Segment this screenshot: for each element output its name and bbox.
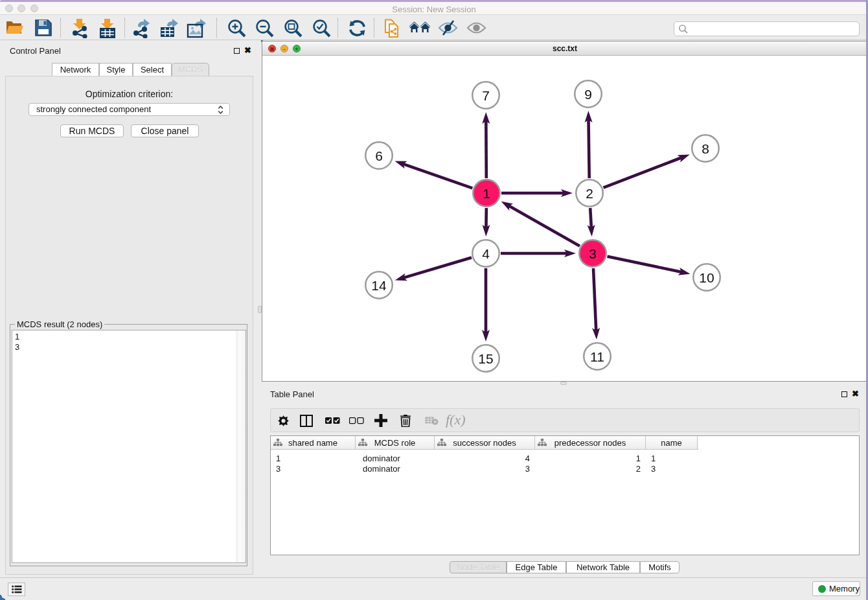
svg-text:2: 2 xyxy=(586,186,593,201)
svg-text:15: 15 xyxy=(478,351,493,366)
svg-text:1: 1 xyxy=(483,186,490,201)
svg-text:6: 6 xyxy=(375,148,383,163)
svg-text:8: 8 xyxy=(702,141,709,156)
svg-text:9: 9 xyxy=(584,87,592,102)
svg-text:4: 4 xyxy=(482,246,490,261)
svg-text:11: 11 xyxy=(590,349,604,364)
svg-text:14: 14 xyxy=(371,278,387,293)
svg-text:3: 3 xyxy=(589,246,597,261)
svg-text:10: 10 xyxy=(699,270,714,285)
svg-text:7: 7 xyxy=(482,88,490,103)
